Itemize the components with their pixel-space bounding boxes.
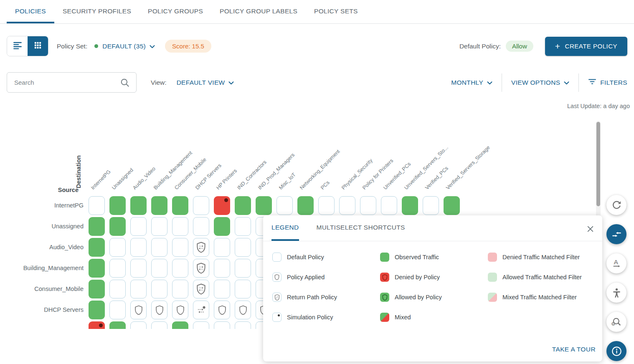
matrix-cell-applied[interactable] — [235, 301, 251, 319]
matrix-cell-default[interactable] — [130, 238, 147, 257]
font-a-button[interactable]: A — [606, 253, 626, 273]
search-input[interactable] — [7, 79, 119, 86]
matrix-cell-observed[interactable] — [172, 321, 188, 329]
info-icon — [611, 345, 623, 357]
matrix-cell-observed[interactable] — [109, 321, 126, 329]
filters-button[interactable]: FILTERS — [588, 78, 627, 86]
legend-item-label: Mixed Traffic Matched Filter — [502, 293, 577, 302]
divider — [502, 73, 502, 92]
matrix-cell-return-path[interactable] — [193, 238, 209, 257]
matrix-cell-applied[interactable] — [130, 301, 147, 319]
matrix-cell-observed[interactable] — [444, 196, 460, 215]
matrix-cell-default[interactable] — [193, 196, 209, 215]
swap-arrows-button[interactable] — [606, 224, 626, 244]
scrollbar-thumb[interactable] — [596, 122, 600, 206]
matrix-cell-default[interactable] — [109, 259, 126, 278]
matrix-cell-observed[interactable] — [256, 196, 272, 215]
tab-multiselect-shortcuts[interactable]: MULTISELECT SHORTCUTS — [317, 215, 405, 241]
tab-security-profiles[interactable]: SECURITY PROFILES — [54, 0, 139, 23]
matrix-cell-observed[interactable] — [130, 196, 147, 215]
info-button[interactable] — [606, 341, 626, 361]
matrix-cell-default[interactable] — [214, 259, 230, 278]
policy-set-dropdown[interactable]: DEFAULT (35) — [102, 43, 155, 50]
matrix-cell-default[interactable] — [151, 217, 167, 236]
matrix-cell-default[interactable] — [109, 280, 126, 298]
matrix-cell-default[interactable] — [109, 238, 126, 257]
matrix-cell-observed[interactable] — [109, 217, 126, 236]
matrix-cell-default[interactable] — [151, 280, 167, 298]
matrix-cell-default[interactable] — [151, 321, 167, 329]
tab-legend[interactable]: LEGEND — [271, 215, 299, 241]
matrix-cell-observed[interactable] — [214, 217, 230, 236]
matrix-cell-observed[interactable] — [89, 280, 105, 298]
allowed-filter-swatch — [488, 273, 497, 282]
matrix-cell-default[interactable] — [318, 196, 335, 215]
tab-policy-groups[interactable]: POLICY GROUPS — [139, 0, 211, 23]
matrix-cell-observed[interactable] — [297, 196, 314, 215]
matrix-cell-applied[interactable] — [151, 301, 167, 319]
matrix-cell-default[interactable] — [172, 259, 188, 278]
chevron-down-icon — [564, 79, 569, 86]
matrix-cell-return-path[interactable] — [193, 259, 209, 278]
search-settings-button[interactable]: ⚙ — [606, 312, 626, 332]
matrix-cell-default[interactable] — [151, 259, 167, 278]
matrix-cell-default[interactable] — [235, 280, 251, 298]
matrix-cell-observed[interactable] — [89, 217, 105, 236]
matrix-cell-default[interactable] — [130, 259, 147, 278]
matrix-cell-observed[interactable] — [235, 196, 251, 215]
matrix-cell-observed[interactable] — [172, 196, 188, 215]
search-icon[interactable] — [119, 77, 136, 88]
matrix-cell-default[interactable] — [130, 217, 147, 236]
matrix-cell-observed[interactable] — [89, 238, 105, 257]
matrix-cell-default[interactable] — [381, 196, 397, 215]
view-dropdown[interactable]: DEFAULT VIEW — [177, 79, 234, 86]
close-icon[interactable] — [586, 224, 595, 233]
matrix-cell-denied-dot[interactable] — [89, 321, 105, 329]
matrix-cell-default[interactable] — [172, 238, 188, 257]
matrix-cell-default[interactable] — [423, 196, 439, 215]
matrix-cell-observed[interactable] — [89, 259, 105, 278]
tab-policy-sets[interactable]: POLICY SETS — [306, 0, 366, 23]
matrix-cell-default[interactable] — [193, 321, 209, 329]
matrix-cell-return-path[interactable] — [193, 280, 209, 298]
grid-view-button[interactable] — [28, 36, 48, 56]
accessibility-button[interactable] — [606, 283, 626, 303]
policy-matrix-page: POLICIES SECURITY PROFILES POLICY GROUPS… — [0, 0, 634, 364]
matrix-cell-default[interactable] — [235, 238, 251, 257]
matrix-cell-default[interactable] — [235, 321, 251, 329]
tab-policy-group-labels[interactable]: POLICY GROUP LABELS — [211, 0, 306, 23]
matrix-cell-sim-arrows[interactable] — [193, 301, 209, 319]
column-label: HP Printers — [215, 168, 238, 191]
matrix-cell-observed[interactable] — [151, 196, 167, 215]
matrix-cell-applied[interactable] — [214, 301, 230, 319]
matrix-cell-default[interactable] — [109, 301, 126, 319]
matrix-cell-default[interactable] — [235, 259, 251, 278]
matrix-cell-default[interactable] — [214, 280, 230, 298]
list-view-button[interactable] — [7, 36, 28, 56]
view-options-dropdown[interactable]: VIEW OPTIONS — [511, 79, 569, 86]
matrix-cell-observed[interactable] — [89, 301, 105, 319]
matrix-cell-default[interactable] — [360, 196, 376, 215]
matrix-cell-applied[interactable] — [172, 301, 188, 319]
period-dropdown[interactable]: MONTHLY — [451, 79, 492, 86]
take-a-tour-link[interactable]: TAKE A TOUR — [552, 346, 596, 353]
matrix-cell-observed[interactable] — [109, 196, 126, 215]
matrix-cell-default[interactable] — [130, 280, 147, 298]
view-mode-toggle — [7, 36, 48, 56]
create-policy-button[interactable]: + CREATE POLICY — [545, 37, 627, 56]
matrix-cell-denied-dot[interactable] — [214, 196, 230, 215]
matrix-cell-default[interactable] — [339, 196, 355, 215]
matrix-cell-default[interactable] — [193, 217, 209, 236]
matrix-cell-default[interactable] — [89, 196, 105, 215]
matrix-cell-default[interactable] — [172, 217, 188, 236]
tab-policies[interactable]: POLICIES — [7, 0, 54, 23]
matrix-cell-default[interactable] — [276, 196, 293, 215]
matrix-cell-default[interactable] — [214, 238, 230, 257]
matrix-cell-default[interactable] — [172, 280, 188, 298]
matrix-cell-default[interactable] — [130, 321, 147, 329]
matrix-cell-default[interactable] — [235, 217, 251, 236]
matrix-cell-default[interactable] — [151, 238, 167, 257]
refresh-button[interactable] — [606, 195, 626, 215]
matrix-cell-observed[interactable] — [402, 196, 418, 215]
matrix-cell-default[interactable] — [214, 321, 230, 329]
